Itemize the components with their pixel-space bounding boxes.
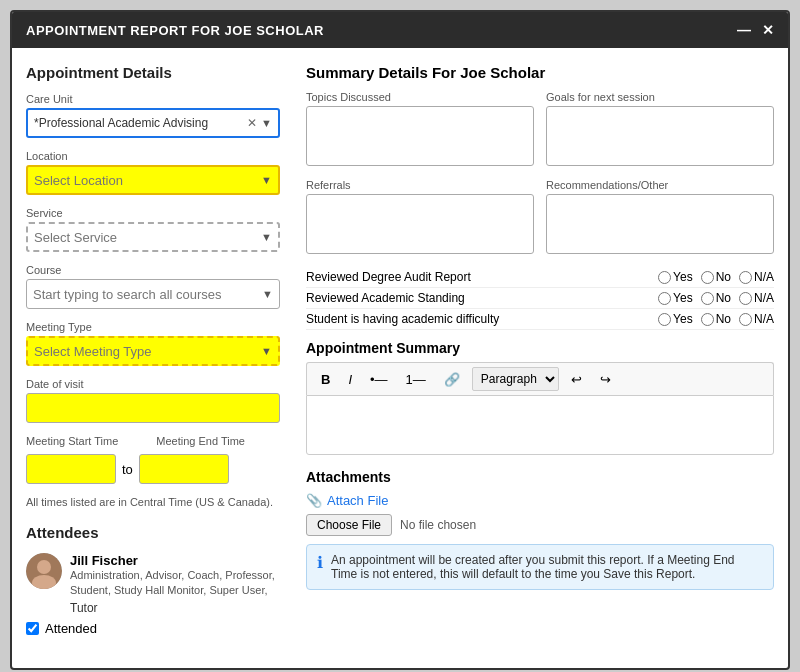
topics-textarea[interactable] [306, 106, 534, 166]
radio-na-1[interactable]: N/A [739, 291, 774, 305]
end-time-input[interactable] [139, 454, 229, 484]
care-unit-clear-icon[interactable]: ✕ [247, 116, 257, 130]
attendee-roles: Administration, Advisor, Coach, Professo… [70, 568, 280, 599]
radio-no-2[interactable]: No [701, 312, 731, 326]
close-button[interactable]: ✕ [762, 22, 775, 38]
course-arrow-icon: ▼ [262, 288, 273, 300]
location-group: Location ▼ [26, 150, 280, 195]
course-label: Course [26, 264, 280, 276]
radio-no-0[interactable]: No [701, 270, 731, 284]
radio-yes-0[interactable]: Yes [658, 270, 693, 284]
link-button[interactable]: 🔗 [438, 369, 466, 390]
date-input[interactable]: 08/18/2023 [26, 393, 280, 423]
care-unit-group: Care Unit *Professional Academic Advisin… [26, 93, 280, 138]
referrals-recommendations-row: Referrals Recommendations/Other [306, 179, 774, 257]
appointment-modal: APPOINTMENT REPORT FOR JOE SCHOLAR — ✕ A… [10, 10, 790, 670]
location-arrow-icon: ▼ [261, 174, 272, 186]
appointment-summary-title: Appointment Summary [306, 340, 774, 356]
radio-row-0: Reviewed Degree Audit Report Yes No N/A [306, 267, 774, 288]
meeting-type-group: Meeting Type ▼ [26, 321, 280, 366]
bold-button[interactable]: B [315, 369, 336, 390]
italic-button[interactable]: I [342, 369, 358, 390]
date-group: Date of visit 08/18/2023 [26, 378, 280, 423]
care-unit-input[interactable]: *Professional Academic Advising [34, 116, 247, 130]
radio-rows: Reviewed Degree Audit Report Yes No N/A … [306, 267, 774, 330]
topics-goals-row: Topics Discussed Goals for next session [306, 91, 774, 169]
start-time-input[interactable]: 9:06am [26, 454, 116, 484]
attendee-type: Tutor [70, 601, 280, 615]
goals-label: Goals for next session [546, 91, 774, 103]
recommendations-field: Recommendations/Other [546, 179, 774, 257]
referrals-label: Referrals [306, 179, 534, 191]
info-text: An appointment will be created after you… [331, 553, 763, 581]
meeting-type-select[interactable]: ▼ [26, 336, 280, 366]
service-input[interactable] [34, 230, 261, 245]
bullet-list-button[interactable]: •— [364, 369, 394, 390]
timezone-note: All times listed are in Central Time (US… [26, 496, 280, 508]
summary-title: Summary Details For Joe Scholar [306, 64, 774, 81]
attendees-section: Attendees Jill Fischer Administration, A… [26, 524, 280, 636]
radio-row-2-label: Student is having academic difficulty [306, 312, 499, 326]
undo-button[interactable]: ↩ [565, 369, 588, 390]
care-unit-select[interactable]: *Professional Academic Advising ✕ ▼ [26, 108, 280, 138]
choose-file-button[interactable]: Choose File [306, 514, 392, 536]
service-select[interactable]: ▼ [26, 222, 280, 252]
right-column: Summary Details For Joe Scholar Topics D… [296, 64, 774, 652]
radio-group-0: Yes No N/A [658, 270, 774, 284]
modal-header: APPOINTMENT REPORT FOR JOE SCHOLAR — ✕ [12, 12, 788, 48]
numbered-list-button[interactable]: 1— [400, 369, 432, 390]
radio-row-2: Student is having academic difficulty Ye… [306, 309, 774, 330]
attach-file-link[interactable]: 📎 Attach File [306, 493, 774, 508]
info-box: ℹ An appointment will be created after y… [306, 544, 774, 590]
location-input[interactable] [34, 173, 261, 188]
attendee-info: Jill Fischer Administration, Advisor, Co… [70, 553, 280, 615]
meeting-type-label: Meeting Type [26, 321, 280, 333]
time-row: 9:06am to [26, 454, 280, 484]
date-label: Date of visit [26, 378, 280, 390]
radio-no-1[interactable]: No [701, 291, 731, 305]
topics-label: Topics Discussed [306, 91, 534, 103]
attach-file-label[interactable]: Attach File [327, 493, 388, 508]
header-controls: — ✕ [737, 22, 774, 38]
editor-toolbar: B I •— 1— 🔗 Paragraph ↩ ↪ [306, 362, 774, 395]
start-time-label: Meeting Start Time [26, 435, 118, 447]
paragraph-select[interactable]: Paragraph [472, 367, 559, 391]
location-select[interactable]: ▼ [26, 165, 280, 195]
topics-field: Topics Discussed [306, 91, 534, 169]
course-input[interactable] [33, 287, 262, 302]
redo-button[interactable]: ↪ [594, 369, 617, 390]
no-file-text: No file chosen [400, 518, 476, 532]
goals-field: Goals for next session [546, 91, 774, 169]
appointment-details-title: Appointment Details [26, 64, 280, 81]
radio-na-0[interactable]: N/A [739, 270, 774, 284]
referrals-textarea[interactable] [306, 194, 534, 254]
attended-row: Attended [26, 621, 280, 636]
attachments-title: Attachments [306, 469, 774, 485]
times-group: Meeting Start Time Meeting End Time 9:06… [26, 435, 280, 484]
goals-textarea[interactable] [546, 106, 774, 166]
left-column: Appointment Details Care Unit *Professio… [26, 64, 296, 652]
avatar [26, 553, 62, 589]
meeting-type-arrow-icon: ▼ [261, 345, 272, 357]
radio-na-2[interactable]: N/A [739, 312, 774, 326]
course-group: Course ▼ [26, 264, 280, 309]
attendee-name: Jill Fischer [70, 553, 280, 568]
course-select[interactable]: ▼ [26, 279, 280, 309]
editor-area[interactable] [306, 395, 774, 455]
location-label: Location [26, 150, 280, 162]
modal-title: APPOINTMENT REPORT FOR JOE SCHOLAR [26, 23, 324, 38]
file-row: Choose File No file chosen [306, 514, 774, 536]
attendee-item: Jill Fischer Administration, Advisor, Co… [26, 553, 280, 615]
recommendations-textarea[interactable] [546, 194, 774, 254]
attended-checkbox[interactable] [26, 622, 39, 635]
end-time-label: Meeting End Time [156, 435, 245, 447]
minimize-button[interactable]: — [737, 22, 752, 38]
radio-yes-1[interactable]: Yes [658, 291, 693, 305]
radio-yes-2[interactable]: Yes [658, 312, 693, 326]
radio-row-1: Reviewed Academic Standing Yes No N/A [306, 288, 774, 309]
care-unit-arrow-icon: ▼ [261, 117, 272, 129]
referrals-field: Referrals [306, 179, 534, 257]
modal-body: Appointment Details Care Unit *Professio… [12, 48, 788, 668]
meeting-type-input[interactable] [34, 344, 261, 359]
radio-group-1: Yes No N/A [658, 291, 774, 305]
